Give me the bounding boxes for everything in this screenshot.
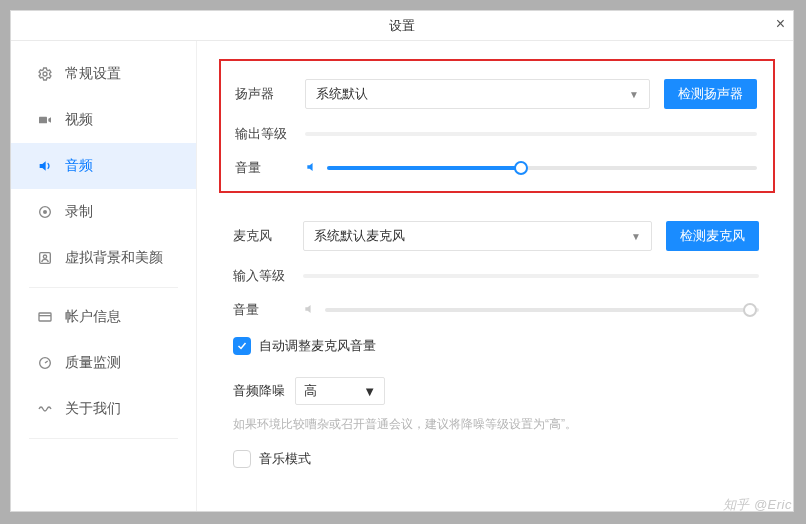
sidebar-item-record[interactable]: 录制 — [11, 189, 196, 235]
svg-rect-1 — [39, 117, 47, 124]
record-icon — [37, 204, 53, 220]
divider — [29, 438, 178, 439]
auto-adjust-checkbox[interactable] — [233, 337, 251, 355]
sidebar-item-label: 视频 — [65, 111, 93, 129]
speaker-select[interactable]: 系统默认 ▼ — [305, 79, 650, 109]
sidebar-item-label: 关于我们 — [65, 400, 121, 418]
speaker-volume-label: 音量 — [235, 159, 305, 177]
test-mic-button[interactable]: 检测麦克风 — [666, 221, 759, 251]
speaker-muted-icon[interactable] — [303, 302, 317, 319]
divider — [29, 287, 178, 288]
caret-down-icon: ▼ — [363, 384, 376, 399]
gauge-icon — [37, 355, 53, 371]
music-mode-label: 音乐模式 — [259, 450, 311, 468]
speaker-selected: 系统默认 — [316, 85, 368, 103]
sidebar-item-video[interactable]: 视频 — [11, 97, 196, 143]
sidebar-item-label: 音频 — [65, 157, 93, 175]
mic-volume-label: 音量 — [233, 301, 303, 319]
window-title: 设置 — [389, 17, 415, 35]
input-level-label: 输入等级 — [233, 267, 303, 285]
sidebar-item-virtual-bg[interactable]: 虚拟背景和美颜 — [11, 235, 196, 281]
speaker-volume-slider[interactable] — [327, 166, 757, 170]
svg-point-0 — [43, 72, 47, 76]
settings-window: 设置 × 常规设置 视频 音频 录制 — [10, 10, 794, 512]
output-level-label: 输出等级 — [235, 125, 305, 143]
sidebar-item-account[interactable]: 帐户信息 — [11, 294, 196, 340]
caret-down-icon: ▼ — [631, 231, 641, 242]
mic-selected: 系统默认麦克风 — [314, 227, 405, 245]
speaker-label: 扬声器 — [235, 85, 305, 103]
mic-select[interactable]: 系统默认麦克风 ▼ — [303, 221, 652, 251]
music-mode-checkbox[interactable] — [233, 450, 251, 468]
svg-point-5 — [43, 255, 46, 258]
card-icon — [37, 309, 53, 325]
content-panel: 扬声器 系统默认 ▼ 检测扬声器 输出等级 音量 — [197, 41, 793, 511]
sidebar-item-label: 常规设置 — [65, 65, 121, 83]
sidebar-item-label: 虚拟背景和美颜 — [65, 249, 163, 267]
sidebar-item-audio[interactable]: 音频 — [11, 143, 196, 189]
gear-icon — [37, 66, 53, 82]
auto-adjust-label: 自动调整麦克风音量 — [259, 337, 376, 355]
noise-select[interactable]: 高 ▼ — [295, 377, 385, 405]
sidebar-item-quality[interactable]: 质量监测 — [11, 340, 196, 386]
noise-selected: 高 — [304, 382, 317, 400]
sidebar-item-label: 质量监测 — [65, 354, 121, 372]
caret-down-icon: ▼ — [629, 89, 639, 100]
portrait-icon — [37, 250, 53, 266]
svg-rect-6 — [39, 313, 51, 321]
input-level-meter — [303, 274, 759, 278]
sidebar: 常规设置 视频 音频 录制 虚拟背景和美颜 — [11, 41, 197, 511]
titlebar: 设置 × — [11, 11, 793, 41]
close-icon[interactable]: × — [776, 15, 785, 33]
wave-icon — [37, 401, 53, 417]
sidebar-item-about[interactable]: 关于我们 — [11, 386, 196, 432]
test-speaker-button[interactable]: 检测扬声器 — [664, 79, 757, 109]
sidebar-item-label: 录制 — [65, 203, 93, 221]
sidebar-item-general[interactable]: 常规设置 — [11, 51, 196, 97]
mic-label: 麦克风 — [233, 227, 303, 245]
video-icon — [37, 112, 53, 128]
output-level-meter — [305, 132, 757, 136]
svg-point-3 — [43, 210, 47, 214]
noise-label: 音频降噪 — [233, 382, 285, 400]
sidebar-item-label: 帐户信息 — [65, 308, 121, 326]
audio-icon — [37, 158, 53, 174]
mic-volume-slider[interactable] — [325, 308, 759, 312]
highlight-box: 扬声器 系统默认 ▼ 检测扬声器 输出等级 音量 — [219, 59, 775, 193]
speaker-on-icon[interactable] — [305, 160, 319, 177]
noise-hint: 如果环境比较嘈杂或召开普通会议，建议将降噪等级设置为“高”。 — [233, 415, 759, 434]
